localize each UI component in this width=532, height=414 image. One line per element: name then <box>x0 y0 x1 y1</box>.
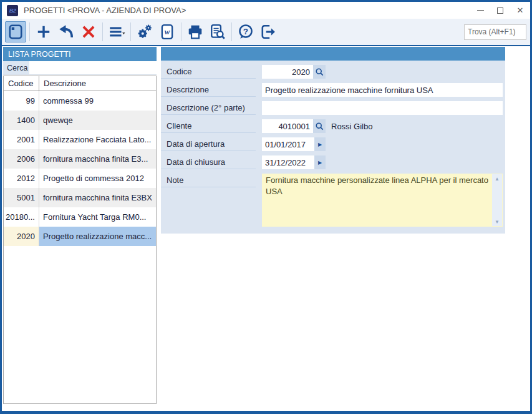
search-icon <box>315 122 324 131</box>
data-apertura-calendar-button[interactable]: ▶ <box>314 137 326 151</box>
printer-icon <box>187 24 203 40</box>
cliente-input[interactable] <box>262 119 313 133</box>
row-desc: Fornitura Yacht Targa RM0... <box>39 207 156 227</box>
toolbar-separator <box>102 22 103 41</box>
data-chiusura-calendar-button[interactable]: ▶ <box>314 155 326 169</box>
help-icon: ? <box>238 24 254 40</box>
table-row[interactable]: 2001 Realizzazione Facciata Lato... <box>4 130 156 149</box>
print-button[interactable] <box>185 21 206 42</box>
plus-icon <box>36 24 52 40</box>
minimize-icon <box>477 10 484 11</box>
search-label: Cerca <box>3 61 29 74</box>
exit-button[interactable] <box>258 21 279 42</box>
find-input[interactable] <box>464 24 526 40</box>
row-code: 2020 <box>4 227 39 246</box>
search-input[interactable] <box>29 61 157 74</box>
title-bar: B2 PROGETTI <PROVA - AZIENDA DI PROVA> ✕ <box>2 2 530 19</box>
table-row[interactable]: 1400 qwewqe <box>4 111 156 130</box>
row-code: 5001 <box>4 188 39 207</box>
help-button[interactable]: ? <box>235 21 256 42</box>
project-list-panel: LISTA PROGETTI Cerca Codice Descrizione … <box>3 47 157 408</box>
toolbar-separator <box>181 22 181 41</box>
data-apertura-input[interactable] <box>262 137 314 151</box>
row-code: 2006 <box>4 149 39 169</box>
table-row[interactable]: 5001 fornitura macchina finita E3BX <box>4 188 156 207</box>
row-desc: qwewqe <box>39 111 156 130</box>
undo-icon <box>58 24 74 40</box>
codice-lookup-button[interactable] <box>313 65 326 79</box>
scroll-up-icon[interactable]: ▲ <box>495 174 500 183</box>
row-desc: commessa 99 <box>39 91 156 111</box>
note-scrollbar[interactable]: ▲ ▼ <box>492 174 502 226</box>
toolbar-separator <box>29 22 30 41</box>
main-content: LISTA PROGETTI Cerca Codice Descrizione … <box>2 46 530 411</box>
row-code: 2012 <box>4 169 39 188</box>
data-chiusura-label: Data di chiusura <box>161 155 256 169</box>
note-text: Fornitura macchine personalizzate linea … <box>262 174 503 198</box>
scroll-down-icon[interactable]: ▼ <box>495 217 500 226</box>
exit-icon <box>260 24 276 40</box>
table-row[interactable]: 2012 Progetto di commessa 2012 <box>4 169 156 188</box>
toolbar: w <box>2 19 530 46</box>
field-row-cliente: Cliente Rossi Gilbo <box>161 119 505 133</box>
print-preview-button[interactable] <box>207 21 228 42</box>
svg-text:w: w <box>165 27 170 36</box>
close-button[interactable]: ✕ <box>510 2 530 19</box>
gears-icon <box>137 24 153 40</box>
table-row-selected[interactable]: 2020 Progetto realizzazione macc... <box>4 227 156 246</box>
close-icon: ✕ <box>517 6 524 14</box>
project-detail-panel: Codice Descrizione <box>161 47 505 410</box>
descrizione-input[interactable] <box>262 83 503 97</box>
list-panel-header: LISTA PROGETTI <box>3 47 157 61</box>
descrizione2-input[interactable] <box>262 101 503 115</box>
table-row[interactable]: 2006 fornitura macchina finita E3... <box>4 149 156 169</box>
cliente-display-name: Rossi Gilbo <box>331 122 372 131</box>
preview-icon <box>210 24 226 40</box>
cliente-lookup-button[interactable] <box>313 119 326 133</box>
minimize-button[interactable] <box>470 2 490 19</box>
descrizione-label: Descrizione <box>161 83 256 97</box>
search-icon <box>315 67 324 77</box>
word-export-button[interactable]: w <box>157 21 178 42</box>
detail-form: Codice Descrizione <box>161 61 505 234</box>
note-textarea[interactable]: Fornitura macchine personalizzate linea … <box>262 174 503 227</box>
app-window: B2 PROGETTI <PROVA - AZIENDA DI PROVA> ✕ <box>0 0 532 414</box>
app-logo-icon: B2 <box>7 5 18 16</box>
window-title: PROGETTI <PROVA - AZIENDA DI PROVA> <box>24 6 186 15</box>
row-code: 20180... <box>4 207 39 227</box>
cliente-label: Cliente <box>161 119 256 133</box>
table-header: Codice Descrizione <box>4 76 156 91</box>
add-button[interactable] <box>33 21 54 42</box>
descrizione2-label: Descrizione (2° parte) <box>161 101 256 115</box>
svg-text:?: ? <box>243 27 248 36</box>
row-desc: fornitura macchina finita E3BX <box>39 188 156 207</box>
field-row-codice: Codice <box>161 65 505 79</box>
delete-button[interactable] <box>78 21 99 42</box>
row-desc: Progetto realizzazione macc... <box>39 227 156 246</box>
menu-button[interactable] <box>106 21 127 42</box>
table-row[interactable]: 99 commessa 99 <box>4 91 156 111</box>
data-chiusura-input[interactable] <box>262 155 314 169</box>
codice-input[interactable] <box>262 65 313 79</box>
undo-button[interactable] <box>56 21 77 42</box>
delete-x-icon <box>80 24 97 40</box>
table-row[interactable]: 20180... Fornitura Yacht Targa RM0... <box>4 207 156 227</box>
row-desc: Progetto di commessa 2012 <box>39 169 156 188</box>
row-code: 99 <box>4 91 39 111</box>
maximize-icon <box>497 7 503 14</box>
column-header-codice[interactable]: Codice <box>4 76 39 91</box>
row-code: 1400 <box>4 111 39 130</box>
row-desc: fornitura macchina finita E3... <box>39 149 156 169</box>
codice-label: Codice <box>161 65 256 79</box>
toggle-view-button[interactable] <box>5 21 26 42</box>
toolbar-separator <box>130 22 131 41</box>
word-document-icon: w <box>159 24 175 40</box>
search-row: Cerca <box>3 61 157 75</box>
field-row-descrizione2: Descrizione (2° parte) <box>161 101 505 115</box>
toolbar-separator <box>231 22 232 41</box>
column-header-descrizione[interactable]: Descrizione <box>39 76 156 91</box>
expand-arrow-icon: ▶ <box>318 160 322 165</box>
settings-button[interactable] <box>134 21 155 42</box>
detail-panel-header <box>161 47 505 61</box>
maximize-button[interactable] <box>490 2 510 19</box>
